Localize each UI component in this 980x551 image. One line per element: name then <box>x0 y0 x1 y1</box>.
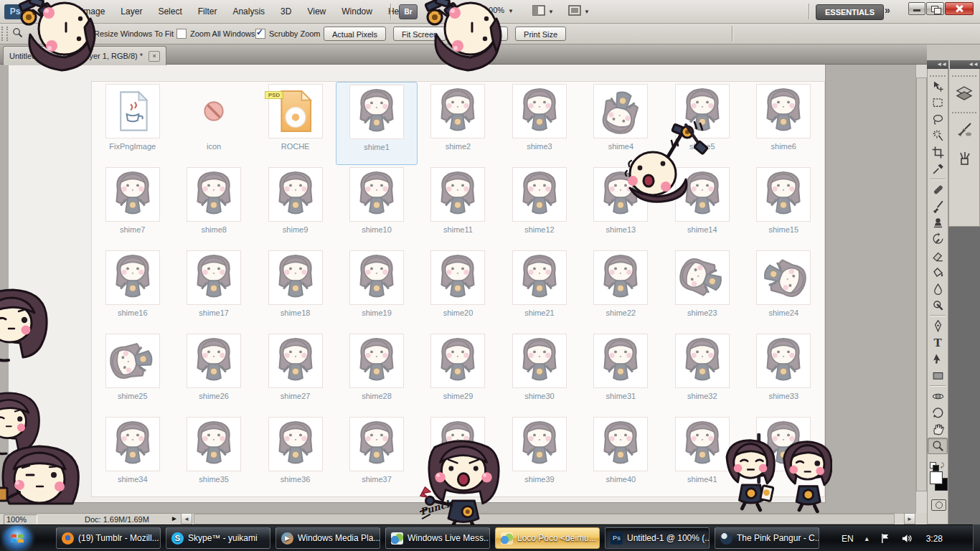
3d-rotate-tool[interactable] <box>928 388 948 405</box>
pen-tool[interactable] <box>928 318 948 334</box>
crop-tool[interactable] <box>928 144 948 161</box>
file-item-shime15[interactable]: shime15 <box>743 165 824 248</box>
checkbox-scrubby-zoom[interactable]: Scrubby Zoom <box>255 29 321 39</box>
checkbox-box[interactable] <box>176 29 187 39</box>
close-icon[interactable]: × <box>149 51 160 62</box>
layers-panel-button[interactable] <box>950 80 979 107</box>
status-zoom-field[interactable]: 100% <box>4 514 37 525</box>
file-item-shime33[interactable]: shime33 <box>743 331 824 415</box>
type-tool[interactable]: T <box>928 334 948 351</box>
close-button[interactable] <box>945 2 974 15</box>
menu-filter[interactable]: Filter <box>190 0 225 23</box>
file-item-shime25[interactable]: shime25 <box>92 331 173 415</box>
history-brush-tool[interactable] <box>928 231 948 248</box>
brushes-panel-button[interactable] <box>950 116 979 143</box>
brush-tool[interactable] <box>928 198 948 215</box>
file-item-shime16[interactable]: shime16 <box>92 248 173 331</box>
eyedropper-tool[interactable] <box>928 161 948 177</box>
file-item-shime2[interactable]: shime2 <box>418 82 499 165</box>
tools-grip[interactable] <box>930 71 946 77</box>
menu-3d[interactable]: 3D <box>273 0 299 23</box>
swap-colors-icon[interactable]: ⤸ <box>941 462 944 469</box>
foreground-color-swatch[interactable] <box>930 471 943 484</box>
workspace-essentials-button[interactable]: ESSENTIALS <box>816 4 884 20</box>
default-colors-icon-bg[interactable] <box>933 465 939 471</box>
print-size-button[interactable]: Print Size <box>515 27 566 41</box>
show-hidden-icons-icon[interactable]: ▲ <box>864 535 870 542</box>
lasso-tool[interactable] <box>928 111 948 128</box>
screen-mode-button[interactable] <box>568 5 585 18</box>
file-item-icon[interactable]: icon <box>173 82 254 165</box>
checkbox-box[interactable] <box>255 29 265 39</box>
file-item-shime30[interactable]: shime30 <box>499 331 580 415</box>
zoom-tool[interactable] <box>928 438 948 454</box>
file-item-shime26[interactable]: shime26 <box>173 331 254 415</box>
language-indicator[interactable]: EN <box>842 534 854 544</box>
menu-view[interactable]: View <box>299 0 334 23</box>
file-item-shime12[interactable]: shime12 <box>499 165 580 248</box>
shimeji-character-peeking-1[interactable] <box>0 288 57 382</box>
file-item-shime32[interactable]: shime32 <box>661 331 743 415</box>
file-item-shime20[interactable]: shime20 <box>418 248 499 331</box>
file-item-ROCHE[interactable]: PSDROCHE <box>255 82 336 165</box>
workspace-overflow-button[interactable]: » <box>885 4 889 16</box>
actual-pixels-button[interactable]: Actual Pixels <box>324 27 386 41</box>
collapse-panels-icon[interactable]: ◄◄ <box>950 60 980 69</box>
options-bar-grip[interactable] <box>1 27 8 41</box>
collapse-tools-icon[interactable]: ◄◄ <box>927 60 948 69</box>
3d-orbit-tool[interactable] <box>928 405 948 421</box>
vertical-scroll-thumb[interactable] <box>916 77 927 491</box>
shimeji-character-hanging-center[interactable] <box>425 0 505 73</box>
path-selection-tool[interactable] <box>928 351 948 367</box>
menu-window[interactable]: Window <box>334 0 380 23</box>
start-button[interactable] <box>3 526 32 550</box>
quick-mask-button[interactable] <box>931 499 946 511</box>
status-flyout-arrow[interactable]: ► <box>171 514 178 522</box>
rectangular-marquee-tool[interactable] <box>928 95 948 111</box>
arrange-documents-button[interactable] <box>532 5 550 18</box>
blur-tool[interactable] <box>928 281 948 297</box>
file-item-shime9[interactable]: shime9 <box>255 165 336 248</box>
quick-selection-tool[interactable] <box>928 128 948 144</box>
file-item-shime27[interactable]: shime27 <box>255 331 336 415</box>
file-item-shime29[interactable]: shime29 <box>418 331 499 415</box>
spot-healing-brush-tool[interactable] <box>928 182 948 198</box>
shimeji-character-bottom-left[interactable] <box>0 443 85 505</box>
menu-layer[interactable]: Layer <box>113 0 150 23</box>
file-item-shime21[interactable]: shime21 <box>499 248 580 331</box>
file-item-shime35[interactable]: shime35 <box>173 415 254 498</box>
taskbar-button-photoshop[interactable]: Untitled-1 @ 100% (... <box>605 527 710 549</box>
paint-bucket-tool[interactable] <box>928 264 948 281</box>
taskbar-button-firefox[interactable]: (19) Tumblr - Mozill... <box>56 527 161 549</box>
file-item-shime11[interactable]: shime11 <box>418 165 499 248</box>
taskbar-button-locopoco[interactable]: Loco Poco <deimu... <box>495 527 600 549</box>
minimize-button[interactable] <box>908 2 925 15</box>
file-item-shime36[interactable]: shime36 <box>255 415 336 498</box>
taskbar-button-wlm[interactable]: Windows Live Mess... <box>385 527 490 549</box>
dodge-tool[interactable] <box>928 297 948 314</box>
shimeji-character-punching[interactable] <box>419 438 509 531</box>
file-item-shime24[interactable]: shime24 <box>743 248 824 331</box>
tool-presets-panel-button[interactable] <box>950 145 979 172</box>
file-item-FixPngImage[interactable]: FixPngImage <box>92 82 173 165</box>
file-item-shime31[interactable]: shime31 <box>580 331 661 415</box>
restore-button[interactable] <box>926 2 944 15</box>
move-tool[interactable] <box>928 78 948 95</box>
file-item-shime34[interactable]: shime34 <box>92 415 173 498</box>
launch-bridge-button[interactable]: Br <box>399 4 418 19</box>
file-item-shime40[interactable]: shime40 <box>580 415 661 498</box>
file-item-shime1[interactable]: shime1 <box>336 82 417 165</box>
shimeji-character-hanging-left[interactable] <box>19 0 99 73</box>
panels-grip[interactable] <box>952 71 976 77</box>
file-item-shime28[interactable]: shime28 <box>336 331 417 415</box>
checkbox-zoom-all-windows[interactable]: Zoom All Windows <box>176 29 255 39</box>
show-desktop-button[interactable] <box>973 524 980 551</box>
file-item-shime17[interactable]: shime17 <box>173 248 254 331</box>
clone-stamp-tool[interactable] <box>928 215 948 231</box>
file-item-shime19[interactable]: shime19 <box>336 248 417 331</box>
file-item-shime39[interactable]: shime39 <box>499 415 580 498</box>
scroll-right-icon[interactable]: ► <box>904 513 915 524</box>
hand-tool[interactable] <box>928 421 948 438</box>
file-item-shime23[interactable]: shime23 <box>661 248 743 331</box>
volume-icon[interactable] <box>901 533 912 544</box>
